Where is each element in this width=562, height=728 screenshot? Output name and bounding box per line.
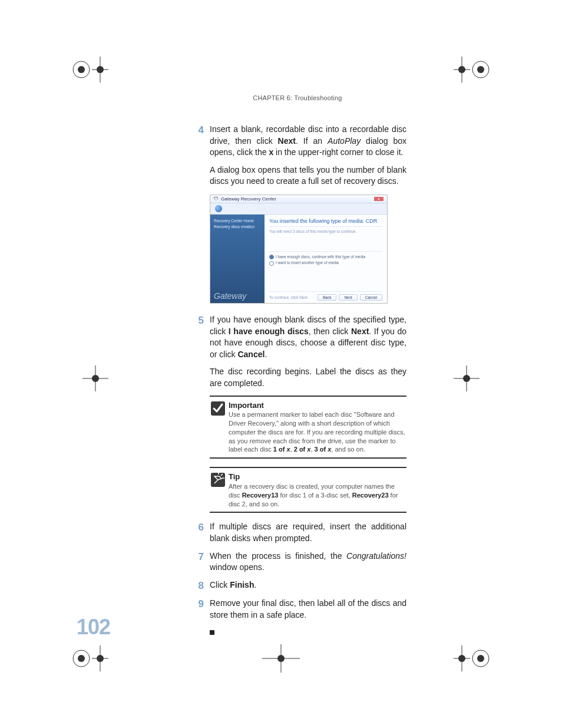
- step-text: Remove your final disc, then label all o…: [210, 598, 406, 638]
- step-number: 9: [189, 598, 210, 638]
- dialog-navbar: [210, 203, 387, 215]
- step-text: If you have enough blank discs of the sp…: [210, 314, 406, 390]
- step-text: Click Finish.: [210, 579, 406, 592]
- bold-text: Cancel: [237, 350, 265, 359]
- crop-mark-icon: [454, 640, 491, 677]
- bold-text: I have enough discs: [229, 327, 309, 336]
- cancel-button[interactable]: Cancel: [360, 294, 382, 301]
- svg-point-15: [463, 375, 470, 382]
- step-number: 8: [189, 579, 210, 592]
- svg-point-4: [97, 66, 104, 73]
- text: for disc 1 of a 3-disc set,: [278, 492, 352, 499]
- flashlight-icon: [210, 472, 226, 488]
- step-6: 6 If multiple discs are required, insert…: [189, 521, 406, 544]
- dialog-subtext: You will need 3 discs of this media type…: [269, 227, 382, 236]
- svg-point-1: [78, 66, 85, 73]
- svg-point-7: [458, 66, 465, 73]
- checkmark-icon: [210, 400, 226, 417]
- next-button[interactable]: Next: [339, 294, 357, 301]
- text: window opens.: [210, 562, 265, 572]
- bold-text: Recovery23: [352, 492, 389, 499]
- svg-point-17: [78, 655, 85, 662]
- callout-important: Important Use a permanent marker to labe…: [210, 396, 406, 459]
- radio-label: I have enough discs, continue with this …: [276, 255, 365, 259]
- end-of-procedure-icon: [210, 630, 214, 635]
- dialog-titlebar: 🛡 Gateway Recovery Center ×: [210, 195, 387, 203]
- embedded-dialog-screenshot: 🛡 Gateway Recovery Center × Recovery Cen…: [210, 195, 388, 304]
- page-number: 102: [77, 615, 110, 640]
- step-text: If multiple discs are required, insert t…: [210, 521, 406, 544]
- bold-text: 2 of: [294, 446, 308, 453]
- step-number: 7: [189, 551, 210, 574]
- step-number: 5: [189, 314, 210, 390]
- back-icon[interactable]: [215, 205, 222, 212]
- bold-text: 1 of: [273, 446, 287, 453]
- step-number: 6: [189, 521, 210, 544]
- page-body: CHAPTER 6: Troubleshooting 4 Insert a bl…: [189, 94, 406, 644]
- crop-mark-icon: [71, 360, 108, 397]
- brand-logo: Gateway: [214, 291, 261, 301]
- step-7: 7 When the process is finished, the Cong…: [189, 551, 406, 574]
- text: If multiple discs are required, insert t…: [210, 521, 406, 544]
- text: .: [254, 580, 256, 589]
- step-text: Insert a blank, recordable disc into a r…: [210, 124, 406, 187]
- text: Click: [210, 580, 230, 589]
- callout-title: Important: [229, 401, 264, 410]
- bold-text: Next: [351, 327, 369, 336]
- radio-icon: [269, 261, 274, 266]
- text: . If an: [296, 136, 328, 146]
- text: , then click: [309, 327, 351, 336]
- svg-point-26: [458, 655, 465, 662]
- crop-mark-icon: [454, 360, 491, 397]
- sidebar-item-recovery-discs[interactable]: Recovery discs creation: [214, 224, 261, 230]
- shield-icon: 🛡: [214, 196, 219, 202]
- text: A dialog box opens that tells you the nu…: [210, 164, 406, 187]
- step-text: When the process is finished, the Congra…: [210, 551, 406, 574]
- bold-text: Finish: [230, 580, 254, 589]
- chapter-header: CHAPTER 6: Troubleshooting: [189, 94, 406, 101]
- svg-point-9: [477, 66, 484, 73]
- italic-text: AutoPlay: [328, 136, 361, 146]
- step-number: 4: [189, 124, 210, 187]
- dialog-heading: You inserted the following type of media…: [269, 217, 382, 227]
- dialog-main: You inserted the following type of media…: [265, 215, 387, 303]
- callout-title: Tip: [229, 472, 240, 481]
- svg-point-28: [477, 655, 484, 662]
- dialog-title: Gateway Recovery Center: [221, 196, 276, 202]
- step-9: 9 Remove your final disc, then label all…: [189, 598, 406, 638]
- close-button[interactable]: ×: [374, 197, 384, 201]
- bold-text: Recovery13: [242, 492, 279, 499]
- radio-have-enough[interactable]: I have enough discs, continue with this …: [269, 254, 382, 260]
- italic-text: Congratulations!: [346, 551, 406, 561]
- radio-label: I want to insert another type of media: [276, 261, 339, 265]
- text: Remove your final disc, then label all o…: [210, 598, 406, 621]
- step-8: 8 Click Finish.: [189, 579, 406, 592]
- bold-text: Next: [278, 136, 296, 146]
- dialog-sidebar: Recovery Center Home Recovery discs crea…: [210, 215, 265, 303]
- radio-icon: [269, 255, 274, 259]
- sidebar-item-home[interactable]: Recovery Center Home: [214, 218, 261, 224]
- crop-mark-icon: [71, 640, 108, 677]
- step-4: 4 Insert a blank, recordable disc into a…: [189, 124, 406, 187]
- text: When the process is finished, the: [210, 551, 346, 561]
- svg-point-12: [92, 375, 99, 382]
- crop-mark-icon: [454, 51, 491, 88]
- back-button[interactable]: Back: [318, 294, 336, 301]
- crop-mark-icon: [71, 51, 108, 88]
- crop-mark-icon: [262, 640, 300, 677]
- text: , and so on.: [331, 446, 365, 453]
- bold-text: 3 of: [315, 446, 328, 453]
- step-5: 5 If you have enough blank discs of the …: [189, 314, 406, 390]
- text: The disc recording begins. Label the dis…: [210, 366, 406, 389]
- svg-point-20: [97, 655, 104, 662]
- text: in the upper-right corner to close it.: [273, 147, 403, 157]
- callout-tip: Tip After a recovery disc is created, yo…: [210, 467, 406, 513]
- text: .: [265, 350, 267, 359]
- radio-insert-another[interactable]: I want to insert another type of media: [269, 260, 382, 266]
- svg-point-23: [277, 655, 285, 662]
- dialog-hint: To continue, click Next.: [269, 295, 308, 299]
